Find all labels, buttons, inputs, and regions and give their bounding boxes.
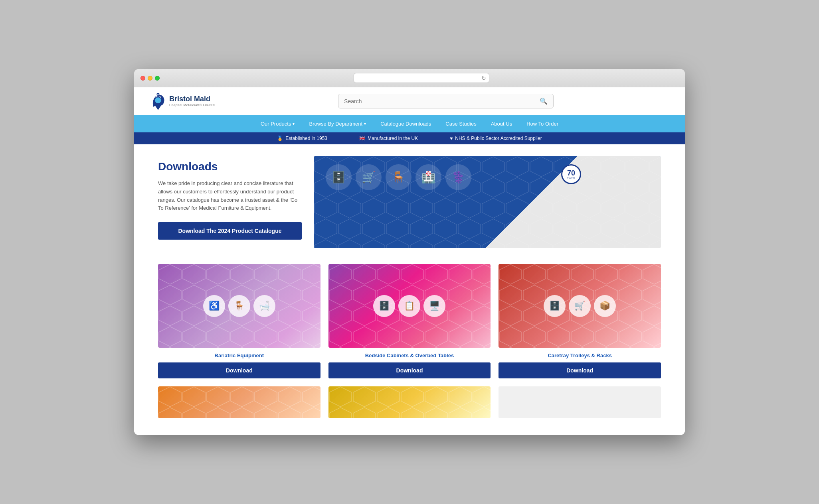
page-title: Downloads [158,160,302,173]
nav-item-products[interactable]: Our Products ▾ [253,115,302,132]
svg-point-1 [157,93,159,95]
product-icon-medical: 🏥 [415,164,441,190]
anniversary-badge: 70 YEARS [561,164,581,184]
catalogue-card-bariatric: ♿ 🪑 🛁 Bariatric Equipment Download [158,264,320,378]
hero-product-icons: 🗄️ 🛒 🪑 🏥 ⚕️ [322,160,513,194]
caretray-icon-trolley: 🛒 [569,295,591,317]
svg-rect-14 [328,386,491,418]
bedside-icon-monitor: 🖥️ [423,295,445,317]
hex-overlay-4 [158,386,320,418]
main-download-button[interactable]: Download The 2024 Product Catalogue [158,222,302,240]
nav-item-catalogue[interactable]: Catalogue Downloads [373,115,438,132]
logo-subtitle: Hospital Metalcraft® Limited [169,103,215,107]
card-image-6 [499,386,661,418]
announcement-nhs: ♥ NHS & Public Sector Accredited Supplie… [450,136,542,141]
catalogue-card-bedside: 🗄️ 📋 🖥️ Bedside Cabinets & Overbed Table… [328,264,491,378]
bedside-icon-cabinet: 🗄️ [373,295,395,317]
search-input[interactable] [344,98,540,104]
browser-window: bristolmaid.com ↻ Bristol Maid Hospital [134,69,685,435]
logo-name: Bristol Maid [169,95,215,103]
nav-inner: Our Products ▾ Browse By Department ▾ Ca… [134,115,685,132]
catalogue-card-5 [328,386,491,423]
card-image-bedside: 🗄️ 📋 🖥️ [328,264,491,348]
card-title-caretray: Caretray Trolleys & Racks [499,352,661,358]
download-button-bariatric[interactable]: Download [158,362,320,378]
catalogue-card-4 [158,386,320,423]
chevron-down-icon: ▾ [364,122,366,126]
url-input[interactable]: bristolmaid.com [354,73,489,83]
traffic-lights [140,76,160,81]
product-icon-trolley: 🛒 [356,164,382,190]
bedside-product-icons: 🗄️ 📋 🖥️ [328,264,491,348]
url-bar: bristolmaid.com ↻ [164,73,679,83]
close-button[interactable] [140,76,145,81]
product-icon-cabinet: 🗄️ [326,164,352,190]
product-icon-chair: 🪑 [386,164,411,190]
nav-item-order[interactable]: How To Order [519,115,566,132]
nav-item-about[interactable]: About Us [484,115,519,132]
logo-area[interactable]: Bristol Maid Hospital Metalcraft® Limite… [150,92,215,110]
medal-icon: 🏅 [277,136,283,141]
chevron-down-icon: ▾ [293,122,295,126]
card-image-caretray: 🗄️ 🛒 📦 [499,264,661,348]
logo-icon [150,92,166,110]
product-icon-equipment: ⚕️ [445,164,471,190]
hero-description: We take pride in producing clear and con… [158,179,302,213]
bariatric-icon-wheelchair: ♿ [203,295,225,317]
bariatric-product-icons: ♿ 🪑 🛁 [158,264,320,348]
announcement-uk: 🇬🇧 Manufactured in the UK [359,136,418,141]
catalogue-grid-bottom [158,386,661,423]
bariatric-icon-bath: 🛁 [253,295,275,317]
search-bar[interactable]: 🔍 [338,94,554,108]
nav-bar: Our Products ▾ Browse By Department ▾ Ca… [134,115,685,132]
bedside-icon-table: 📋 [398,295,420,317]
browser-titlebar: bristolmaid.com ↻ [134,69,685,87]
card-image-bariatric: ♿ 🪑 🛁 [158,264,320,348]
bariatric-icon-chair: 🪑 [228,295,250,317]
svg-point-0 [155,97,161,103]
flag-icon: 🇬🇧 [359,136,365,141]
hero-section: Downloads We take pride in producing cle… [158,156,661,248]
heart-icon: ♥ [450,136,453,141]
caretray-icon-rack: 📦 [594,295,616,317]
download-button-bedside[interactable]: Download [328,362,491,378]
card-image-5 [328,386,491,418]
svg-rect-12 [158,386,320,418]
refresh-icon[interactable]: ↻ [481,75,486,81]
maximize-button[interactable] [155,76,160,81]
anniversary-label: YEARS [567,177,575,179]
catalogue-card-6 [499,386,661,423]
website-content: Bristol Maid Hospital Metalcraft® Limite… [134,87,685,435]
caretray-icon-cabinet: 🗄️ [544,295,566,317]
search-icon: 🔍 [540,97,548,105]
hex-overlay-5 [328,386,491,418]
announcement-bar: 🏅 Established in 1953 🇬🇧 Manufactured in… [134,132,685,144]
announcement-established: 🏅 Established in 1953 [277,136,327,141]
minimize-button[interactable] [148,76,152,81]
caretray-product-icons: 🗄️ 🛒 📦 [499,264,661,348]
site-header: Bristol Maid Hospital Metalcraft® Limite… [134,87,685,115]
nav-item-department[interactable]: Browse By Department ▾ [302,115,373,132]
card-title-bedside: Bedside Cabinets & Overbed Tables [328,352,491,358]
download-button-caretray[interactable]: Download [499,362,661,378]
main-content: Downloads We take pride in producing cle… [134,144,685,435]
card-title-bariatric: Bariatric Equipment [158,352,320,358]
nav-item-cases[interactable]: Case Studies [438,115,483,132]
anniversary-number: 70 [567,169,575,177]
card-image-4 [158,386,320,418]
hero-image: 🗄️ 🛒 🪑 🏥 ⚕️ 70 YEARS [314,156,661,248]
catalogue-grid: ♿ 🪑 🛁 Bariatric Equipment Download [158,264,661,378]
hero-text: Downloads We take pride in producing cle… [158,156,302,248]
search-area: 🔍 [223,94,669,108]
catalogue-card-caretray: 🗄️ 🛒 📦 Caretray Trolleys & Racks Downloa… [499,264,661,378]
